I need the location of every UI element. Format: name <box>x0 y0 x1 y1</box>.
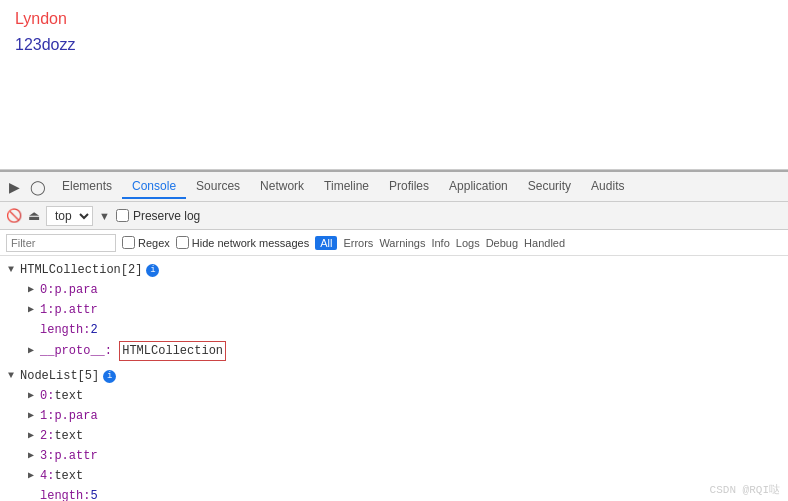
node-list-info-badge[interactable]: i <box>103 370 116 383</box>
filter-levels: Errors Warnings Info Logs Debug Handled <box>343 237 565 249</box>
nl-length-key: length: <box>40 487 90 501</box>
cursor-icon[interactable]: ▶ <box>4 177 24 197</box>
nl-item-0-val: text <box>54 387 83 405</box>
filter-input[interactable] <box>6 234 116 252</box>
html-collection-item-0: 0: p.para <box>8 280 780 300</box>
tab-console[interactable]: Console <box>122 175 186 199</box>
regex-checkbox[interactable] <box>122 236 135 249</box>
item-0-toggle[interactable] <box>28 281 40 299</box>
nl-item-4-toggle[interactable] <box>28 467 40 485</box>
node-list-section: NodeList[5] i 0: text 1: p.para 2: text <box>0 364 788 501</box>
node-list-item-0: 0: text <box>8 386 780 406</box>
filter-errors[interactable]: Errors <box>343 237 373 249</box>
node-list-item-3: 3: p.attr <box>8 446 780 466</box>
tab-sources[interactable]: Sources <box>186 175 250 199</box>
devtools-tab-bar: ▶ ◯ Elements Console Sources Network Tim… <box>0 172 788 202</box>
dropdown-arrow: ▼ <box>99 210 110 222</box>
tab-timeline[interactable]: Timeline <box>314 175 379 199</box>
nl-length-val: 5 <box>90 487 97 501</box>
tab-profiles[interactable]: Profiles <box>379 175 439 199</box>
nl-item-2-val: text <box>54 427 83 445</box>
node-list-item-2: 2: text <box>8 426 780 446</box>
preserve-log-area: Preserve log <box>116 209 200 223</box>
node-list-item-1: 1: p.para <box>8 406 780 426</box>
proto-toggle[interactable] <box>28 342 40 360</box>
nl-item-2-key: 2: <box>40 427 54 445</box>
nl-item-0-toggle[interactable] <box>28 387 40 405</box>
tab-audits[interactable]: Audits <box>581 175 634 199</box>
filter-info[interactable]: Info <box>431 237 449 249</box>
filter-handled[interactable]: Handled <box>524 237 565 249</box>
html-collection-section: HTMLCollection[2] i 0: p.para 1: p.attr … <box>0 258 788 364</box>
node-list-length: length: 5 <box>8 486 780 501</box>
nl-item-3-key: 3: <box>40 447 54 465</box>
length-val: 2 <box>90 321 97 339</box>
nl-item-3-val: p.attr <box>54 447 97 465</box>
node-list-item-4: 4: text <box>8 466 780 486</box>
node-list-toggle[interactable] <box>8 367 20 385</box>
mobile-icon[interactable]: ◯ <box>28 177 48 197</box>
item-1-key: 1: <box>40 301 54 319</box>
regex-label[interactable]: Regex <box>122 236 170 249</box>
tab-security[interactable]: Security <box>518 175 581 199</box>
proto-val: HTMLCollection <box>119 341 226 361</box>
proto-key: __proto__: <box>40 342 112 360</box>
nl-item-1-toggle[interactable] <box>28 407 40 425</box>
dozz-text: 123dozz <box>15 36 773 54</box>
console-toolbar: 🚫 ⏏ top ▼ Preserve log <box>0 202 788 230</box>
tab-network[interactable]: Network <box>250 175 314 199</box>
node-list-label: NodeList[5] <box>20 367 99 385</box>
filter-all-button[interactable]: All <box>315 236 337 250</box>
preserve-log-checkbox[interactable] <box>116 209 129 222</box>
filter-warnings[interactable]: Warnings <box>379 237 425 249</box>
item-0-key: 0: <box>40 281 54 299</box>
tab-elements[interactable]: Elements <box>52 175 122 199</box>
item-1-val: p.attr <box>54 301 97 319</box>
nl-item-4-key: 4: <box>40 467 54 485</box>
nl-item-4-val: text <box>54 467 83 485</box>
filter-logs[interactable]: Logs <box>456 237 480 249</box>
filter-bar: Regex Hide network messages All Errors W… <box>0 230 788 256</box>
page-content: Lyndon 123dozz <box>0 0 788 170</box>
html-collection-toggle[interactable] <box>8 261 20 279</box>
nl-item-1-key: 1: <box>40 407 54 425</box>
console-output: HTMLCollection[2] i 0: p.para 1: p.attr … <box>0 256 788 501</box>
html-collection-root[interactable]: HTMLCollection[2] i <box>8 260 780 280</box>
html-collection-label: HTMLCollection[2] <box>20 261 142 279</box>
item-1-toggle[interactable] <box>28 301 40 319</box>
clear-console-icon[interactable]: 🚫 <box>6 208 22 223</box>
html-collection-proto[interactable]: __proto__: HTMLCollection <box>8 340 780 362</box>
lyndon-text: Lyndon <box>15 10 773 28</box>
nl-item-0-key: 0: <box>40 387 54 405</box>
filter-debug[interactable]: Debug <box>486 237 518 249</box>
hide-network-checkbox[interactable] <box>176 236 189 249</box>
item-0-val: p.para <box>54 281 97 299</box>
node-list-root[interactable]: NodeList[5] i <box>8 366 780 386</box>
html-collection-info-badge[interactable]: i <box>146 264 159 277</box>
devtools-panel: ▶ ◯ Elements Console Sources Network Tim… <box>0 170 788 501</box>
filter-icon[interactable]: ⏏ <box>28 208 40 223</box>
context-selector[interactable]: top <box>46 206 93 226</box>
watermark: CSDN @RQI哒 <box>710 482 780 497</box>
length-key: length: <box>40 321 90 339</box>
tab-application[interactable]: Application <box>439 175 518 199</box>
html-collection-item-1: 1: p.attr <box>8 300 780 320</box>
hide-network-label[interactable]: Hide network messages <box>176 236 309 249</box>
html-collection-length: length: 2 <box>8 320 780 340</box>
nl-item-3-toggle[interactable] <box>28 447 40 465</box>
nl-item-1-val: p.para <box>54 407 97 425</box>
nl-item-2-toggle[interactable] <box>28 427 40 445</box>
preserve-log-label: Preserve log <box>133 209 200 223</box>
